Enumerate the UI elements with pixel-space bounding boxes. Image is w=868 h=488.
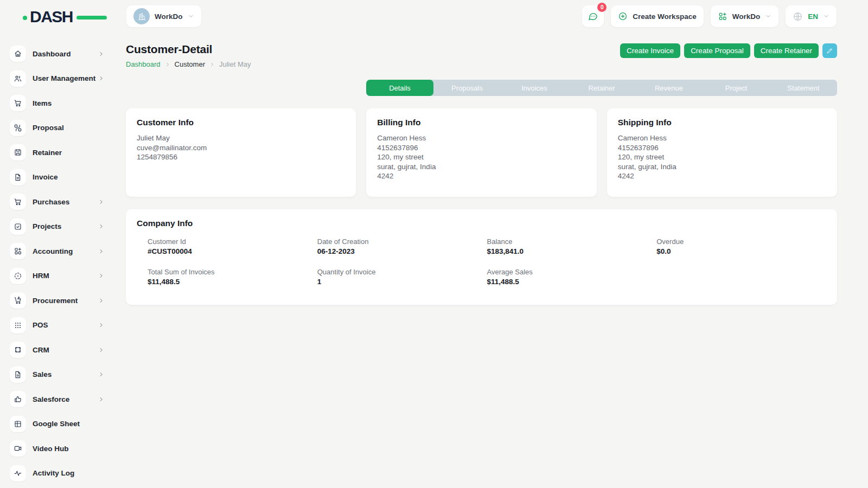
sidebar-item-invoice[interactable]: Invoice (0, 169, 115, 185)
shipping-name: Cameron Hess (618, 133, 826, 143)
billing-zip: 4242 (377, 171, 585, 181)
tab-details[interactable]: Details (366, 80, 433, 96)
billing-info-card: Billing Info Cameron Hess 4152637896 120… (366, 108, 596, 197)
breadcrumb-item-customer[interactable]: Customer (175, 60, 205, 68)
messenger-button[interactable]: 0 (582, 5, 604, 27)
app-menu-workdo[interactable]: WorkDo (711, 5, 779, 27)
transfer-icon (10, 120, 26, 136)
chevron-down-icon (188, 13, 194, 20)
tab-retainer[interactable]: Retainer (568, 80, 635, 96)
sidebar-item-proposal[interactable]: Proposal (0, 120, 115, 136)
billing-city: surat, gujrat, India (377, 162, 585, 172)
sidebar-item-hrm[interactable]: HRM (0, 268, 115, 284)
sidebar-item-items[interactable]: Items (0, 95, 115, 111)
chat-bubble-icon (588, 11, 598, 22)
field-value: $0.0 (656, 247, 826, 255)
chevron-right-icon (98, 371, 104, 377)
sidebar-item-pos[interactable]: POS (0, 317, 115, 333)
sidebar-item-label: Google Sheet (33, 420, 80, 428)
document-icon (10, 367, 26, 383)
sidebar-item-retainer[interactable]: Retainer (0, 144, 115, 160)
chevron-right-icon (165, 62, 170, 67)
chevron-right-icon (98, 347, 104, 353)
dashed-circle-icon (10, 268, 26, 284)
tab-invoices[interactable]: Invoices (501, 80, 568, 96)
field-value: 06-12-2023 (317, 247, 487, 255)
checkbox-icon (10, 219, 26, 235)
cart-flag-icon (10, 292, 26, 309)
video-camera-icon (10, 440, 26, 457)
field-label: Customer Id (148, 237, 317, 246)
sidebar-item-procurement[interactable]: Procurement (0, 292, 115, 309)
tab-proposals[interactable]: Proposals (433, 80, 501, 96)
sidebar-item-accounting[interactable]: Accounting (0, 243, 115, 259)
field-value: #CUST00004 (148, 247, 317, 255)
chevron-right-icon (98, 396, 104, 402)
tab-project[interactable]: Project (703, 80, 770, 96)
field-value: $11,488.5 (148, 278, 317, 286)
field-label: Balance (487, 237, 657, 246)
main-content: Customer-Detail Dashboard Customer Julie… (126, 43, 837, 305)
sidebar-item-purchases[interactable]: Purchases (0, 194, 115, 210)
create-proposal-button[interactable]: Create Proposal (684, 43, 750, 58)
field-balance: Balance $183,841.0 (487, 237, 657, 255)
chevron-right-icon (98, 322, 104, 328)
sidebar-item-label: HRM (33, 272, 49, 280)
chevron-down-icon (823, 13, 829, 20)
company-fields: Customer Id #CUST00004 Date of Creation … (137, 237, 826, 286)
field-date-of-creation: Date of Creation 06-12-2023 (317, 237, 487, 255)
field-average-sales: Average Sales $11,488.5 (487, 268, 657, 286)
pencil-icon (826, 47, 833, 54)
cart-icon (10, 194, 26, 210)
create-invoice-button[interactable]: Create Invoice (620, 43, 680, 58)
create-workspace-label: Create Workspace (633, 12, 697, 21)
field-total-sum-of-invoices: Total Sum of Invoices $11,488.5 (148, 268, 317, 286)
grid-plus-icon (10, 243, 26, 259)
card-title: Shipping Info (618, 118, 826, 127)
create-workspace-button[interactable]: Create Workspace (611, 5, 704, 27)
customer-info-card: Customer Info Juliet May cuve@mailinator… (126, 108, 356, 197)
language-selector[interactable]: EN (786, 5, 837, 27)
sidebar-item-sales[interactable]: Sales (0, 367, 115, 383)
workspace-selector[interactable]: WorkDo (126, 5, 201, 27)
topbar-right: 0 Create Workspace WorkDo EN (582, 5, 837, 27)
sidebar-item-activity-log[interactable]: Activity Log (0, 465, 115, 481)
sidebar-item-label: Projects (33, 222, 61, 230)
billing-street: 120, my street (377, 152, 585, 162)
sidebar-item-label: Retainer (33, 149, 62, 157)
field-label: Quantity of Invoice (317, 268, 487, 276)
document-icon (10, 169, 26, 185)
field-label: Average Sales (487, 268, 657, 276)
field-value: $183,841.0 (487, 247, 657, 255)
edit-customer-button[interactable] (822, 43, 837, 58)
dash-logo[interactable]: DASH (30, 8, 90, 26)
sidebar-item-label: Items (33, 99, 52, 107)
field-customer-id: Customer Id #CUST00004 (148, 237, 317, 255)
users-icon (10, 70, 26, 87)
sidebar-item-projects[interactable]: Projects (0, 219, 115, 235)
sidebar-item-label: Sales (33, 370, 52, 378)
page-header: Customer-Detail Dashboard Customer Julie… (126, 43, 837, 68)
sidebar-item-salesforce[interactable]: Salesforce (0, 391, 115, 407)
workspace-name: WorkDo (155, 12, 183, 21)
breadcrumb-link-dashboard[interactable]: Dashboard (126, 60, 161, 68)
breadcrumb-item-current: Juliet May (219, 60, 251, 68)
info-cards-row: Customer Info Juliet May cuve@mailinator… (126, 108, 837, 197)
shipping-info-card: Shipping Info Cameron Hess 4152637896 12… (607, 108, 837, 197)
sidebar-item-user-management[interactable]: User Management (0, 70, 115, 87)
sidebar-item-dashboard[interactable]: Dashboard (0, 46, 115, 62)
sidebar-item-video-hub[interactable]: Video Hub (0, 440, 115, 457)
sidebar-item-label: Proposal (33, 124, 64, 132)
create-retainer-button[interactable]: Create Retainer (754, 43, 819, 58)
chevron-right-icon (98, 298, 104, 304)
dots-grid-icon (10, 317, 26, 333)
sidebar-item-google-sheet[interactable]: Google Sheet (0, 416, 115, 432)
app-menu-label: WorkDo (732, 12, 761, 21)
field-label: Overdue (656, 237, 826, 246)
tab-statement[interactable]: Statement (770, 80, 837, 96)
sidebar-item-crm[interactable]: CRM (0, 342, 115, 358)
logo-dash-bar (76, 16, 107, 20)
tab-revenue[interactable]: Revenue (635, 80, 703, 96)
sidebar-item-label: Invoice (33, 173, 58, 181)
chevron-right-icon (98, 51, 104, 57)
